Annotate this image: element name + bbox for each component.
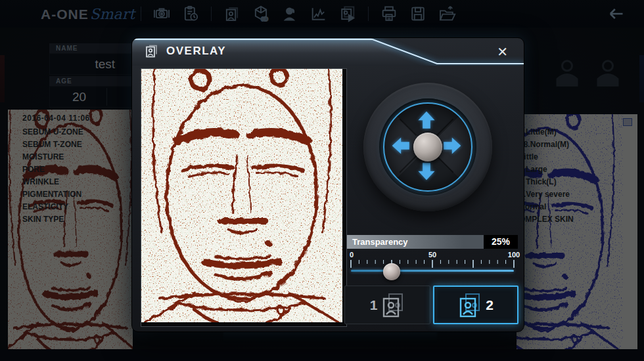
ruler-label-100: 100 xyxy=(508,251,520,259)
ruler-label-50: 50 xyxy=(428,251,436,259)
transparency-slider-knob[interactable] xyxy=(383,263,400,280)
position-dpad xyxy=(363,83,492,211)
transparency-bar: Transparency 25% xyxy=(347,235,518,249)
close-icon[interactable]: ✕ xyxy=(494,43,511,61)
transparency-value: 25% xyxy=(484,235,518,249)
overlay-photo-icon xyxy=(144,43,160,59)
dpad-left-arrow[interactable] xyxy=(392,137,409,154)
transparency-ruler: 0 50 100 xyxy=(347,251,518,269)
dpad-right-arrow[interactable] xyxy=(444,137,461,154)
dialog-title: OVERLAY xyxy=(166,45,226,58)
image-2-label: 2 xyxy=(486,297,494,313)
dpad-up-arrow[interactable] xyxy=(418,112,434,129)
transparency-slider-track[interactable] xyxy=(351,270,514,272)
image-1-button[interactable]: 1 xyxy=(344,286,430,324)
image-1-label: 1 xyxy=(370,297,378,313)
dpad-inner-disc xyxy=(383,102,472,192)
photo-stack-icon xyxy=(458,292,482,318)
overlay-image-panel xyxy=(141,68,347,327)
dialog-header: OVERLAY ✕ xyxy=(132,38,524,66)
dpad-center-knob[interactable] xyxy=(413,133,442,161)
overlay-dialog: OVERLAY ✕ xyxy=(131,37,524,332)
ruler-label-0: 0 xyxy=(350,251,354,259)
app-window: A-ONESmart xyxy=(0,0,644,361)
dpad-down-arrow[interactable] xyxy=(418,163,434,180)
image-2-button[interactable]: 2 xyxy=(433,286,518,324)
photo-stack-icon xyxy=(381,292,405,318)
transparency-label: Transparency xyxy=(347,235,484,249)
